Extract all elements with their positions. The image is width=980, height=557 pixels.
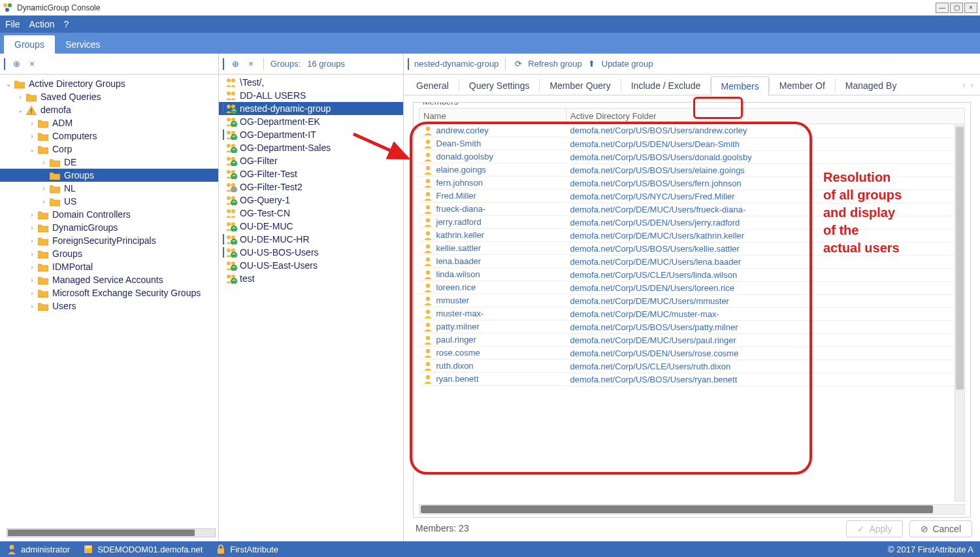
- tree-close-button[interactable]: ×: [26, 58, 38, 70]
- tree-item[interactable]: ›ADM: [0, 116, 218, 129]
- menu-help[interactable]: ?: [63, 19, 69, 29]
- table-row[interactable]: jerry.radforddemofa.net/Corp/US/DEN/User…: [419, 216, 965, 229]
- expand-icon[interactable]: ›: [16, 92, 25, 101]
- table-row[interactable]: paul.ringerdemofa.net/Corp/DE/MUC/Users/…: [419, 333, 965, 346]
- detail-tab[interactable]: Member Of: [770, 76, 835, 95]
- tree-item[interactable]: ›DynamicGroups: [0, 221, 218, 234]
- expand-icon[interactable]: ⌄: [4, 79, 13, 88]
- tree-item[interactable]: Groups: [0, 169, 218, 182]
- tab-scroll-right-icon[interactable]: ›: [971, 80, 973, 90]
- apply-button[interactable]: ✓Apply: [846, 520, 903, 537]
- column-header-folder[interactable]: Active Directory Folder: [566, 109, 965, 124]
- expand-icon[interactable]: ›: [27, 262, 37, 271]
- expand-icon[interactable]: ›: [39, 158, 48, 167]
- group-list-item[interactable]: OU-US-East-Users: [219, 259, 403, 272]
- group-list-item[interactable]: nested-dynamic-group: [219, 102, 403, 115]
- tree-horizontal-scrollbar[interactable]: [7, 528, 216, 537]
- detail-tab[interactable]: Members: [711, 76, 768, 95]
- expand-icon[interactable]: ›: [27, 223, 37, 232]
- expand-icon[interactable]: ›: [27, 236, 37, 245]
- expand-icon[interactable]: ›: [27, 301, 37, 311]
- menu-action[interactable]: Action: [29, 19, 55, 29]
- tree-item[interactable]: ›DE: [0, 156, 218, 169]
- expand-icon[interactable]: ›: [27, 210, 37, 219]
- tree-item[interactable]: ⌄demofa: [0, 103, 218, 116]
- table-row[interactable]: elaine.goingsdemofa.net/Corp/US/BOS/User…: [419, 163, 965, 177]
- tree-item[interactable]: ⌄Active Directory Groups: [0, 77, 218, 90]
- expand-icon[interactable]: [39, 171, 48, 180]
- expand-icon[interactable]: ⌄: [16, 105, 25, 114]
- group-list-item[interactable]: DD-ALL USERS: [219, 89, 403, 102]
- expand-icon[interactable]: ›: [27, 131, 37, 141]
- detail-tab[interactable]: Query Settings: [459, 76, 540, 95]
- table-row[interactable]: donald.goolsbydemofa.net/Corp/US/BOS/Use…: [419, 150, 965, 163]
- group-list-item[interactable]: OG-Filter-Test2: [219, 180, 403, 194]
- refresh-group-button[interactable]: Refresh group: [528, 59, 581, 69]
- expand-icon[interactable]: ›: [27, 249, 37, 258]
- tree-item[interactable]: ›Users: [0, 299, 218, 312]
- directory-tree[interactable]: ⌄Active Directory Groups›Saved Queries⌄d…: [0, 75, 218, 541]
- table-row[interactable]: loreen.ricedemofa.net/Corp/US/DEN/Users/…: [419, 281, 965, 294]
- group-list-item[interactable]: OG-Department-EK: [219, 115, 403, 128]
- top-tab-groups[interactable]: Groups: [4, 35, 55, 54]
- tree-item[interactable]: ›Saved Queries: [0, 90, 218, 103]
- group-list-item[interactable]: OG-Filter-Test: [219, 167, 403, 180]
- table-row[interactable]: ryan.benettdemofa.net/Corp/US/BOS/Users/…: [419, 373, 965, 386]
- group-list-item[interactable]: \Test/,: [219, 76, 403, 89]
- group-list-item[interactable]: test: [219, 272, 403, 285]
- members-horizontal-scrollbar[interactable]: [419, 504, 965, 515]
- tree-item[interactable]: ›NL: [0, 182, 218, 195]
- group-list-item[interactable]: OG-Test-CN: [219, 207, 403, 220]
- groups-close-button[interactable]: ×: [245, 58, 257, 70]
- table-row[interactable]: mmusterdemofa.net/Corp/DE/MUC/Users/mmus…: [419, 294, 965, 307]
- expand-icon[interactable]: ›: [27, 288, 37, 297]
- menu-file[interactable]: File: [5, 19, 20, 29]
- table-row[interactable]: kathrin.kellerdemofa.net/Corp/DE/MUC/Use…: [419, 229, 965, 242]
- table-row[interactable]: Dean-Smithdemofa.net/Corp/US/DEN/Users/D…: [419, 137, 965, 150]
- group-list-item[interactable]: OG-Query-1: [219, 194, 403, 207]
- groups-list[interactable]: \Test/,DD-ALL USERSnested-dynamic-groupO…: [219, 75, 403, 541]
- table-row[interactable]: rose.cosmedemofa.net/Corp/US/DEN/Users/r…: [419, 346, 965, 360]
- group-list-item[interactable]: OU-US-BOS-Users: [219, 246, 403, 259]
- table-row[interactable]: frueck-diana-demofa.net/Corp/DE/MUC/User…: [419, 203, 965, 216]
- detail-tab[interactable]: Member Query: [540, 76, 620, 95]
- table-row[interactable]: Fred.Millerdemofa.net/Corp/US/NYC/Users/…: [419, 190, 965, 203]
- table-row[interactable]: patty.milnerdemofa.net/Corp/US/BOS/Users…: [419, 320, 965, 333]
- tree-item[interactable]: ⌄Corp: [0, 143, 218, 156]
- detail-tab[interactable]: Include / Exclude: [621, 76, 711, 95]
- tree-item[interactable]: ›ForeignSecurityPrincipals: [0, 234, 218, 247]
- tree-item[interactable]: ›Microsoft Exchange Security Groups: [0, 286, 218, 299]
- members-table[interactable]: Name Active Directory Folder andrew.corl…: [419, 108, 965, 386]
- members-vertical-scrollbar[interactable]: [955, 125, 965, 501]
- expand-icon[interactable]: ›: [27, 275, 37, 284]
- detail-tab[interactable]: Managed By: [836, 76, 907, 95]
- detail-tab[interactable]: General: [406, 76, 459, 95]
- table-row[interactable]: linda.wilsondemofa.net/Corp/US/CLE/Users…: [419, 268, 965, 281]
- tree-item[interactable]: ›IDMPortal: [0, 260, 218, 273]
- table-row[interactable]: kellie.sattlerdemofa.net/Corp/US/BOS/Use…: [419, 242, 965, 255]
- expand-icon[interactable]: ⌄: [27, 144, 37, 154]
- group-list-item[interactable]: OU-DE-MUC: [219, 220, 403, 233]
- table-row[interactable]: muster-max-demofa.net/Corp/DE/MUC/muster…: [419, 307, 965, 320]
- table-row[interactable]: lena.baaderdemofa.net/Corp/DE/MUC/Users/…: [419, 255, 965, 268]
- tree-item[interactable]: ›Managed Service Accounts: [0, 273, 218, 286]
- group-list-item[interactable]: OG-Filter: [219, 154, 403, 167]
- window-maximize-button[interactable]: ▢: [950, 3, 963, 13]
- window-minimize-button[interactable]: —: [936, 3, 949, 13]
- window-close-button[interactable]: ×: [964, 3, 977, 13]
- tree-add-button[interactable]: ⊕: [10, 58, 22, 70]
- column-header-name[interactable]: Name: [419, 109, 566, 124]
- expand-icon[interactable]: ›: [27, 118, 37, 127]
- table-row[interactable]: fern.johnsondemofa.net/Corp/US/BOS/Users…: [419, 177, 965, 190]
- expand-icon[interactable]: ›: [39, 197, 48, 206]
- tree-item[interactable]: ›Groups: [0, 247, 218, 260]
- tree-item[interactable]: ›Domain Controllers: [0, 208, 218, 221]
- table-row[interactable]: ruth.dixondemofa.net/Corp/US/CLE/Users/r…: [419, 360, 965, 373]
- group-list-item[interactable]: OG-Department-Sales: [219, 141, 403, 154]
- expand-icon[interactable]: ›: [39, 184, 48, 193]
- top-tab-services[interactable]: Services: [55, 35, 111, 54]
- cancel-button[interactable]: ⊘Cancel: [909, 520, 972, 537]
- tab-scroll-left-icon[interactable]: ‹: [962, 80, 965, 90]
- table-row[interactable]: andrew.corleydemofa.net/Corp/US/BOS/User…: [419, 124, 965, 138]
- group-list-item[interactable]: OG-Department-IT: [219, 128, 403, 141]
